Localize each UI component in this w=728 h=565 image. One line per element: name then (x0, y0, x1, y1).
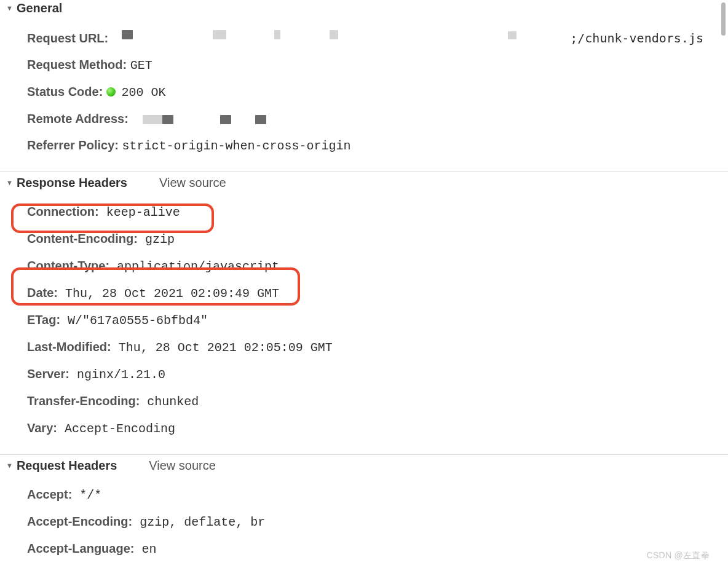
response-header-value: gzip (138, 232, 175, 247)
request-url-label: Request URL: (27, 30, 108, 47)
status-dot-icon (106, 87, 116, 97)
general-section: ▼ General Request URL: ;/chunk-vendors.j… (0, 0, 728, 172)
response-header-label: Transfer-Encoding: (27, 394, 140, 408)
response-header-row: Last-Modified: Thu, 28 Oct 2021 02:05:09… (0, 334, 728, 361)
response-rows: Connection: keep-aliveContent-Encoding: … (0, 194, 728, 443)
request-method-row: Request Method: GET (0, 52, 728, 79)
referrer-policy-label: Referrer Policy: (27, 138, 119, 152)
referrer-policy-row: Referrer Policy: strict-origin-when-cros… (0, 132, 728, 159)
request-header-row: Cache-Control: no-cache (0, 563, 728, 565)
status-code-value: 200 OK (121, 85, 165, 100)
view-source-link[interactable]: View source (149, 459, 216, 473)
response-header-row: Vary: Accept-Encoding (0, 415, 728, 442)
request-headers-title: Request Headers (17, 459, 117, 473)
response-header-label: Server: (27, 367, 69, 381)
request-header-row: Accept: */* (0, 481, 728, 508)
general-header[interactable]: ▼ General (0, 0, 728, 19)
response-header-row: Content-Type: application/javascript (0, 253, 728, 280)
disclosure-triangle-icon: ▼ (6, 4, 13, 12)
disclosure-triangle-icon: ▼ (6, 179, 13, 186)
response-header-label: Content-Type: (27, 259, 109, 272)
response-header-value: application/javascript (109, 259, 279, 274)
response-headers-title: Response Headers (17, 176, 127, 190)
response-header-label: Last-Modified: (27, 340, 111, 354)
response-headers-header[interactable]: ▼ Response Headers View source (0, 175, 728, 194)
response-header-value: chunked (140, 395, 199, 409)
request-method-value: GET (130, 58, 152, 73)
request-headers-section: ▼ Request Headers View source Accept: */… (0, 455, 728, 565)
response-header-label: Connection: (27, 205, 99, 218)
status-code-label: Status Code: (27, 85, 103, 98)
response-header-value: Thu, 28 Oct 2021 02:05:09 GMT (111, 341, 333, 355)
request-rows: Accept: */*Accept-Encoding: gzip, deflat… (0, 476, 728, 565)
watermark: CSDN @左直拳 (647, 550, 710, 561)
scrollbar-thumb[interactable] (721, 2, 726, 36)
remote-address-label: Remote Address: (27, 112, 129, 125)
general-rows: Request URL: ;/chunk-vendors.js Request … (0, 19, 728, 160)
response-header-row: Content-Encoding: gzip (0, 226, 728, 253)
request-header-row: Accept-Encoding: gzip, deflate, br (0, 508, 728, 535)
status-code-row: Status Code: 200 OK (0, 79, 728, 106)
request-header-label: Accept-Language: (27, 542, 134, 555)
scrollbar-track[interactable] (721, 0, 727, 565)
remote-address-row: Remote Address: (0, 106, 728, 132)
response-header-value: W/"617a0555-6bfbd4" (60, 314, 208, 328)
response-header-label: ETag: (27, 313, 60, 326)
response-header-row: Date: Thu, 28 Oct 2021 02:09:49 GMT (0, 280, 728, 307)
request-header-value: */* (72, 488, 101, 502)
remote-address-censored (132, 112, 266, 125)
request-method-label: Request Method: (27, 58, 127, 71)
request-url-row: Request URL: ;/chunk-vendors.js (0, 24, 728, 52)
request-header-value: en (134, 542, 156, 556)
response-header-row: ETag: W/"617a0555-6bfbd4" (0, 307, 728, 334)
request-header-label: Accept-Encoding: (27, 515, 132, 528)
general-title: General (17, 1, 62, 15)
request-header-label: Accept: (27, 488, 72, 501)
request-url-censored (114, 29, 564, 42)
response-header-row: Server: nginx/1.21.0 (0, 361, 728, 388)
headers-panel: ▼ General Request URL: ;/chunk-vendors.j… (0, 0, 728, 565)
request-url-tail: ;/chunk-vendors.js (570, 30, 703, 47)
response-header-label: Date: (27, 286, 58, 299)
view-source-link[interactable]: View source (159, 176, 226, 190)
disclosure-triangle-icon: ▼ (6, 462, 13, 469)
request-header-row: Accept-Language: en (0, 535, 728, 563)
response-header-row: Connection: keep-alive (0, 199, 728, 226)
response-header-value: nginx/1.21.0 (69, 368, 165, 382)
response-header-label: Content-Encoding: (27, 232, 138, 245)
response-headers-section: ▼ Response Headers View source Connectio… (0, 172, 728, 455)
referrer-policy-value: strict-origin-when-cross-origin (122, 139, 351, 153)
request-headers-header[interactable]: ▼ Request Headers View source (0, 457, 728, 476)
response-header-value: Accept-Encoding (57, 422, 175, 436)
request-header-value: gzip, deflate, br (132, 515, 265, 529)
response-header-value: keep-alive (99, 205, 180, 219)
response-header-value: Thu, 28 Oct 2021 02:09:49 GMT (58, 286, 279, 301)
response-header-label: Vary: (27, 421, 57, 435)
response-header-row: Transfer-Encoding: chunked (0, 388, 728, 415)
